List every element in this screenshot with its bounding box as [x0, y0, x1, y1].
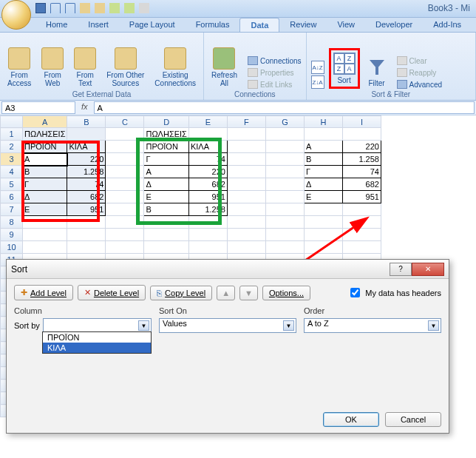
filter-button[interactable]: Filter	[364, 57, 390, 89]
cell-B9[interactable]	[67, 229, 106, 241]
move-up-button[interactable]: ▲	[217, 286, 235, 300]
cell-E3[interactable]: 74	[188, 153, 227, 166]
cell-I3[interactable]: 1.258	[342, 153, 381, 166]
connections-button[interactable]: Connections	[248, 56, 302, 65]
cell-D3[interactable]: Γ	[144, 153, 188, 166]
cell-B5[interactable]: 74	[67, 178, 106, 191]
cell-G5[interactable]	[265, 178, 304, 191]
cell-A1[interactable]: ΠΩΛΗΣΕΙΣ	[23, 128, 67, 141]
cell-I5[interactable]: 682	[342, 178, 381, 191]
cell-I10[interactable]	[342, 241, 381, 254]
formula-input[interactable]: A	[94, 101, 475, 114]
cell-G9[interactable]	[265, 229, 304, 241]
sort-asc-button[interactable]: A↓Z	[311, 61, 324, 74]
cell-E4[interactable]: 220	[188, 166, 227, 178]
cell-A4[interactable]: Β	[23, 166, 67, 178]
ok-button[interactable]: OK	[323, 412, 379, 427]
cell-G6[interactable]	[265, 191, 304, 203]
cell-G4[interactable]	[265, 166, 304, 178]
tab-pagelayout[interactable]: Page Layout	[119, 18, 186, 32]
from-access-button[interactable]: From Access	[4, 46, 34, 89]
headers-checkbox-input[interactable]	[350, 288, 360, 297]
dropdown-item[interactable]: ΠΡΟΪΟΝ	[43, 332, 151, 343]
cell-I8[interactable]	[342, 216, 381, 229]
fx-icon[interactable]: fx	[77, 101, 92, 115]
cell-I9[interactable]	[342, 229, 381, 241]
col-header-D[interactable]: D	[144, 116, 188, 128]
office-button[interactable]	[1, 0, 31, 30]
undo-icon[interactable]	[50, 3, 61, 13]
cell-E8[interactable]	[188, 216, 227, 229]
cell-D9[interactable]	[144, 229, 188, 241]
tab-view[interactable]: View	[327, 18, 365, 32]
col-header-C[interactable]: C	[106, 116, 144, 128]
qat-icon[interactable]	[139, 3, 149, 13]
qat-icon[interactable]	[124, 3, 135, 13]
copy-level-button[interactable]: ⎘Copy Level	[150, 286, 212, 300]
row-header-8[interactable]: 8	[1, 216, 23, 229]
row-header-2[interactable]: 2	[1, 141, 23, 153]
row-header-4[interactable]: 4	[1, 166, 23, 178]
cell-E7[interactable]: 1.258	[188, 203, 227, 216]
cell-F3[interactable]	[227, 153, 265, 166]
tab-insert[interactable]: Insert	[78, 18, 119, 32]
row-header-3[interactable]: 3	[1, 153, 23, 166]
cell-F2[interactable]	[227, 141, 265, 153]
cell-D5[interactable]: Δ	[144, 178, 188, 191]
cell-A2[interactable]: ΠΡΟΪΟΝ	[23, 141, 67, 153]
order-select[interactable]: A to Z ▼	[304, 318, 441, 333]
redo-icon[interactable]	[65, 3, 75, 13]
cell-C5[interactable]	[106, 178, 144, 191]
move-down-button[interactable]: ▼	[239, 286, 258, 300]
row-header-7[interactable]: 7	[1, 203, 23, 216]
col-header-B[interactable]: B	[67, 116, 106, 128]
cell-D7[interactable]: Β	[144, 203, 188, 216]
cell-H5[interactable]: Δ	[304, 178, 342, 191]
cell-C9[interactable]	[106, 229, 144, 241]
col-header-H[interactable]: H	[304, 116, 342, 128]
cell-I7[interactable]	[342, 203, 381, 216]
sort-button[interactable]: AZZA Sort	[329, 48, 360, 89]
delete-level-button[interactable]: ✕Delete Level	[78, 285, 146, 300]
sort-desc-button[interactable]: Z↓A	[311, 75, 324, 89]
col-header-A[interactable]: A	[23, 116, 67, 128]
cell-C7[interactable]	[106, 203, 144, 216]
cell-A6[interactable]: Δ	[23, 191, 67, 203]
cell-C1[interactable]	[106, 128, 144, 141]
cell-I1[interactable]	[342, 128, 381, 141]
cell-D4[interactable]: Α	[144, 166, 188, 178]
tab-formulas[interactable]: Formulas	[186, 18, 240, 32]
cell-A10[interactable]	[23, 241, 67, 254]
cell-F7[interactable]	[227, 203, 265, 216]
refresh-all-button[interactable]: Refresh All	[208, 46, 240, 89]
cell-B6[interactable]: 682	[67, 191, 106, 203]
cell-I6[interactable]: 951	[342, 191, 381, 203]
sortby-select[interactable]: ▼	[43, 318, 152, 333]
cell-B4[interactable]: 1.258	[67, 166, 106, 178]
cell-H9[interactable]	[304, 229, 342, 241]
headers-checkbox[interactable]: My data has headers	[347, 286, 441, 300]
cell-D2[interactable]: ΠΡΟΪΟΝ	[144, 141, 188, 153]
col-header-G[interactable]: G	[265, 116, 304, 128]
qat-icon[interactable]	[109, 3, 120, 13]
dropdown-item[interactable]: ΚΙΛΑ	[43, 343, 151, 353]
cell-F8[interactable]	[227, 216, 265, 229]
cell-E10[interactable]	[188, 241, 227, 254]
cell-B1[interactable]	[67, 128, 106, 141]
cell-B7[interactable]: 951	[67, 203, 106, 216]
col-header-I[interactable]: I	[342, 116, 381, 128]
row-header-9[interactable]: 9	[1, 229, 23, 241]
help-button[interactable]: ?	[390, 263, 412, 276]
cell-G2[interactable]	[265, 141, 304, 153]
cell-G3[interactable]	[265, 153, 304, 166]
cell-E2[interactable]: ΚΙΛΑ	[188, 141, 227, 153]
tab-addins[interactable]: Add-Ins	[423, 18, 472, 32]
cell-H4[interactable]: Γ	[304, 166, 342, 178]
tab-developer[interactable]: Developer	[365, 18, 423, 32]
cell-A3[interactable]: Α	[23, 153, 67, 166]
cell-B8[interactable]	[67, 216, 106, 229]
cell-A8[interactable]	[23, 216, 67, 229]
from-other-button[interactable]: From Other Sources	[103, 46, 147, 89]
cell-D10[interactable]	[144, 241, 188, 254]
cell-A9[interactable]	[23, 229, 67, 241]
